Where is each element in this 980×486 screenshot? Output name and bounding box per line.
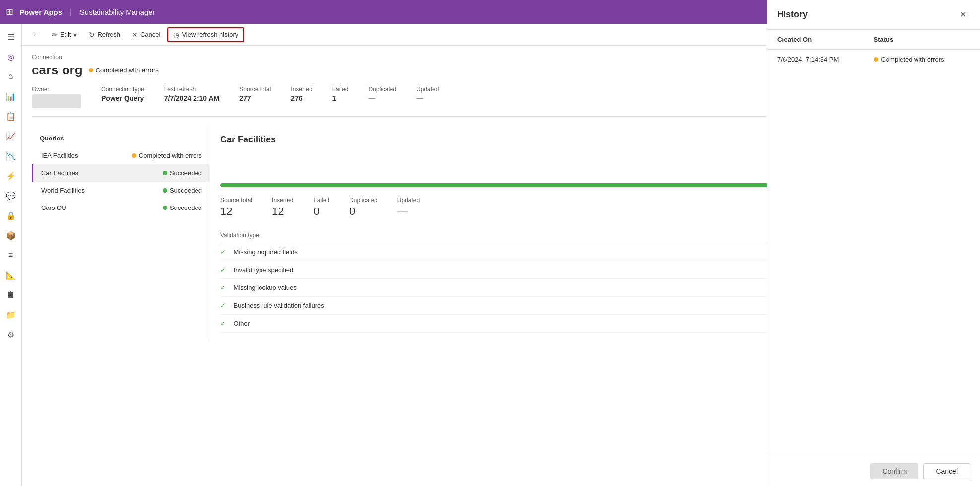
- connection-status-text: Completed with errors: [96, 67, 159, 74]
- history-header: History ✕: [767, 0, 980, 30]
- connection-status-dot: [89, 68, 93, 72]
- query-item-world[interactable]: World Facilities Succeeded: [32, 182, 210, 199]
- last-refresh-value: 7/7/2024 2:10 AM: [164, 94, 220, 102]
- stat-failed-value: 0: [313, 205, 329, 218]
- sidebar-icon-charts[interactable]: 📊: [2, 87, 20, 105]
- stat-updated: Updated —: [397, 197, 420, 218]
- query-status-text-car: Succeeded: [170, 169, 202, 177]
- owner-meta: Owner: [32, 86, 81, 108]
- history-status-header: Status: [874, 36, 971, 43]
- inserted-value: 276: [291, 94, 312, 102]
- check-icon: ✓: [220, 248, 226, 256]
- history-status-dot: [874, 57, 878, 62]
- history-table-header: Created On Status: [767, 30, 980, 50]
- owner-placeholder: [32, 94, 81, 108]
- sidebar-icon-gear[interactable]: ⚙: [2, 326, 20, 344]
- sidebar-icon-home[interactable]: ◎: [2, 48, 20, 66]
- check-icon: ✓: [220, 302, 226, 309]
- duplicated-meta: Duplicated —: [368, 86, 396, 102]
- stat-updated-label: Updated: [397, 197, 420, 204]
- cancel-button[interactable]: ✕ Cancel: [127, 28, 165, 41]
- history-close-button[interactable]: ✕: [956, 8, 970, 21]
- stat-duplicated-value: 0: [349, 205, 378, 218]
- nav-separator: |: [70, 8, 72, 16]
- sidebar-icon-lightning[interactable]: ⚡: [2, 167, 20, 185]
- validation-col-type: Validation type: [220, 228, 849, 243]
- history-icon: ◷: [173, 31, 179, 39]
- confirm-button[interactable]: Confirm: [870, 463, 918, 479]
- query-name-world: World Facilities: [41, 187, 85, 194]
- query-name-car: Car Facilities: [41, 169, 78, 177]
- check-icon: ✓: [220, 266, 226, 274]
- history-created-on-value: 7/6/2024, 7:14:34 PM: [777, 56, 874, 63]
- validation-type-cell: ✓ Missing lookup values: [220, 279, 849, 297]
- edit-icon: ✏: [52, 31, 58, 39]
- validation-type-cell: ✓ Other: [220, 315, 849, 333]
- sidebar-icon-settings[interactable]: ≡: [2, 246, 20, 264]
- queries-panel: Queries IEA Facilities Completed with er…: [32, 127, 210, 341]
- back-icon: ←: [33, 31, 40, 39]
- sidebar-icon-tools[interactable]: 📐: [2, 266, 20, 284]
- back-button[interactable]: ←: [28, 28, 45, 41]
- edit-button[interactable]: ✏ Edit ▾: [47, 28, 82, 41]
- history-footer: Confirm Cancel: [767, 456, 980, 486]
- query-status-carsou: Succeeded: [163, 204, 202, 211]
- failed-meta: Failed 1: [332, 86, 349, 102]
- queries-title: Queries: [32, 135, 210, 147]
- module-name-label: Sustainability Manager: [80, 8, 155, 16]
- stat-updated-value: —: [397, 205, 420, 218]
- sidebar-icon-menu[interactable]: ☰: [2, 28, 20, 46]
- sidebar-icon-chat[interactable]: 💬: [2, 187, 20, 205]
- query-name-iea: IEA Facilities: [41, 152, 78, 159]
- sidebar-icon-dashboard[interactable]: ⌂: [2, 68, 20, 85]
- query-item-car[interactable]: Car Facilities Succeeded: [32, 164, 210, 182]
- refresh-button[interactable]: ↻ Refresh: [84, 28, 125, 41]
- stat-inserted: Inserted 12: [272, 197, 293, 218]
- connection-type-meta: Connection type Power Query: [101, 86, 144, 102]
- query-status-car: Succeeded: [163, 169, 202, 177]
- apps-icon[interactable]: ⊞: [6, 6, 13, 17]
- query-item-carsou[interactable]: Cars OU Succeeded: [32, 199, 210, 216]
- failed-label: Failed: [332, 86, 349, 93]
- query-item-iea[interactable]: IEA Facilities Completed with errors: [32, 147, 210, 164]
- cancel-icon: ✕: [132, 31, 138, 39]
- connection-status-badge: Completed with errors: [89, 67, 159, 74]
- history-created-on-header: Created On: [777, 36, 874, 43]
- stat-failed: Failed 0: [313, 197, 329, 218]
- failed-value: 1: [332, 94, 349, 102]
- sidebar-icon-reports[interactable]: 📉: [2, 147, 20, 165]
- inserted-label: Inserted: [291, 86, 312, 93]
- duplicated-value: —: [368, 94, 396, 102]
- validation-type-cell: ✓ Invalid type specified: [220, 261, 849, 279]
- query-status-dot-car: [163, 171, 167, 175]
- app-name-label: Power Apps: [19, 8, 62, 16]
- sidebar-icon-packages[interactable]: 📦: [2, 226, 20, 244]
- validation-type-cell: ✓ Business rule validation failures: [220, 297, 849, 315]
- sidebar-icon-security[interactable]: 🔒: [2, 207, 20, 224]
- check-icon: ✓: [220, 320, 226, 327]
- updated-meta: Updated —: [416, 86, 439, 102]
- connection-type-value: Power Query: [101, 94, 144, 102]
- refresh-icon: ↻: [89, 31, 95, 39]
- history-status-text: Completed with errors: [881, 56, 944, 63]
- sidebar-icon-list[interactable]: 📋: [2, 107, 20, 125]
- connection-type-label: Connection type: [101, 86, 144, 93]
- query-name-carsou: Cars OU: [41, 204, 66, 211]
- cancel-button[interactable]: Cancel: [923, 463, 970, 479]
- view-refresh-history-button[interactable]: ◷ View refresh history: [167, 27, 244, 42]
- refresh-label: Refresh: [97, 31, 120, 38]
- owner-label: Owner: [32, 86, 81, 93]
- query-status-text-iea: Completed with errors: [139, 152, 202, 159]
- stat-inserted-value: 12: [272, 205, 293, 218]
- stat-source-total-value: 12: [220, 205, 252, 218]
- sidebar-icon-files[interactable]: 📁: [2, 306, 20, 324]
- query-status-text-carsou: Succeeded: [170, 204, 202, 211]
- check-icon: ✓: [220, 284, 226, 291]
- source-total-meta: Source total 277: [239, 86, 271, 102]
- sidebar-icons: ☰ ◎ ⌂ 📊 📋 📈 📉 ⚡ 💬 🔒 📦 ≡ 📐 🗑 📁 ⚙: [0, 24, 22, 486]
- sidebar-icon-trash[interactable]: 🗑: [2, 286, 20, 304]
- query-status-dot-world: [163, 188, 167, 193]
- sidebar-icon-analytics[interactable]: 📈: [2, 127, 20, 145]
- stat-inserted-label: Inserted: [272, 197, 293, 204]
- edit-label: Edit: [60, 31, 71, 38]
